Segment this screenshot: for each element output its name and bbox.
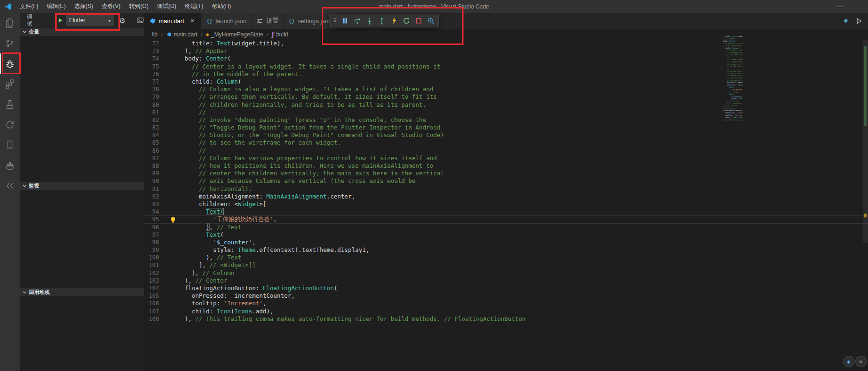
code-line[interactable]: 84 // Studio, or the "Toggle Debug Paint… [144,131,868,139]
code-line[interactable]: 104 floatingActionButton: FloatingAction… [144,285,868,292]
breadcrumb-class[interactable]: ◆ _MyHomePageState [206,31,263,38]
line-number[interactable]: 104 [144,285,159,292]
code-line[interactable]: 102 ), // Column [144,269,868,277]
line-number[interactable]: 95 [144,216,159,223]
activity-sync[interactable] [0,114,20,135]
minimize-button[interactable]: — [833,3,847,10]
line-number[interactable]: 79 [144,93,159,101]
code-editor[interactable]: 72 title: Text(widget.title),73 ), // Ap… [144,40,868,371]
code-line[interactable]: 74 body: Center( [144,55,868,62]
code-line[interactable]: 76 // in the middle of the parent. [144,70,868,78]
code-line[interactable]: 85 // to see the wireframe for each widg… [144,139,868,147]
code-line[interactable]: 103 ), // Center [144,277,868,285]
code-line[interactable]: 79 // arranges them vertically. By defau… [144,93,868,101]
menu-item[interactable]: 查看(V) [97,0,125,13]
code-line[interactable]: 96 ), // Text [144,224,868,231]
code-line[interactable]: 75 // Center is a layout widget. It take… [144,63,868,70]
line-number[interactable]: 101 [144,261,159,269]
line-number[interactable]: 93 [144,200,159,208]
line-number[interactable]: 99 [144,246,159,254]
step-into-button[interactable] [363,15,376,27]
call-stack-panel[interactable] [20,296,144,371]
code-line[interactable]: 82 // Invoke "debug painting" (press "p"… [144,116,868,124]
run-icon[interactable] [855,17,862,25]
line-number[interactable]: 82 [144,116,159,124]
section-call-stack[interactable]: 调用堆栈 [20,288,144,296]
menu-item[interactable]: 文件(F) [16,0,42,13]
code-line[interactable]: 90 // axis because Columns are vertical … [144,177,868,185]
step-out-button[interactable] [376,15,388,27]
line-number[interactable]: 90 [144,177,159,185]
code-line[interactable]: 99 style: Theme.of(context).textTheme.di… [144,246,868,254]
line-number[interactable]: 81 [144,109,159,116]
watch-panel[interactable] [20,190,144,288]
line-number[interactable]: 108 [144,315,159,323]
line-number[interactable]: 88 [144,162,159,170]
line-number[interactable]: 72 [144,40,159,47]
code-line[interactable]: 106 tooltip: 'Increment', [144,300,868,307]
line-number[interactable]: 80 [144,101,159,109]
line-number[interactable]: 107 [144,308,159,315]
line-number[interactable]: 78 [144,86,159,93]
code-line[interactable]: 87 // Column has various properties to c… [144,155,868,162]
line-number[interactable]: 97 [144,231,159,239]
code-line[interactable]: 83 // "Toggle Debug Paint" action from t… [144,124,868,131]
tab-settings[interactable]: 设置 [252,13,284,29]
line-number[interactable]: 89 [144,170,159,177]
code-line[interactable]: 91 // horizontal). [144,185,868,193]
restart-button[interactable] [400,15,413,27]
line-number[interactable]: 76 [144,70,159,78]
code-line[interactable]: 88 // how it positions its children. Her… [144,162,868,170]
code-line[interactable]: 81 // [144,109,868,116]
code-line[interactable]: 72 title: Text(widget.title), [144,40,868,47]
line-number[interactable]: 75 [144,63,159,70]
code-line[interactable]: 100 ), // Text [144,254,868,261]
code-line[interactable]: 95 '干你娘的奶奶得爸爸', [144,216,868,223]
configure-gear-icon[interactable]: ⚙ [119,17,126,24]
code-line[interactable]: 98 '$_counter', [144,239,868,246]
widget-inspector-button[interactable] [425,15,437,27]
menu-item[interactable]: 帮助(H) [208,0,236,13]
line-number[interactable]: 96 [144,224,159,231]
code-line[interactable]: 73 ), // AppBar [144,47,868,55]
activity-source-control[interactable] [0,33,20,53]
line-number[interactable]: 92 [144,193,159,200]
gem-icon[interactable] [842,17,850,25]
line-number[interactable]: 102 [144,269,159,277]
breadcrumb-lib[interactable]: lib [152,31,158,38]
code-line[interactable]: 108 ), // This trailing comma makes auto… [144,315,868,323]
line-number[interactable]: 94 [144,208,159,216]
menu-item[interactable]: 选择(S) [70,0,97,13]
floating-button-1[interactable]: ◈ [843,356,854,367]
section-watch[interactable]: 监视 [20,182,144,190]
activity-explorer[interactable] [0,13,20,33]
step-over-button[interactable] [351,15,363,27]
line-number[interactable]: 103 [144,277,159,285]
code-line[interactable]: 86 // [144,147,868,155]
line-number[interactable]: 105 [144,292,159,300]
code-line[interactable]: 94 Text( [144,208,868,216]
activity-debug[interactable] [0,53,20,74]
activity-bookmarks[interactable] [0,135,20,155]
line-number[interactable]: 100 [144,254,159,261]
line-number[interactable]: 83 [144,124,159,131]
debug-console-icon[interactable] [136,17,144,24]
line-number[interactable]: 106 [144,300,159,307]
code-line[interactable]: 105 onPressed: _incrementCounter, [144,292,868,300]
code-line[interactable]: 97 Text( [144,231,868,239]
hot-reload-button[interactable] [388,15,400,27]
line-number[interactable]: 73 [144,47,159,55]
line-number[interactable]: 85 [144,139,159,147]
line-number[interactable]: 74 [144,55,159,62]
pause-button[interactable] [339,15,351,27]
code-line[interactable]: 80 // children horizontally, and tries t… [144,101,868,109]
line-number[interactable]: 87 [144,155,159,162]
menu-item[interactable]: 编辑(E) [42,0,70,13]
tab-launch-json[interactable]: {} launch.json [202,13,252,29]
menu-item[interactable]: 终端(T) [180,0,207,13]
menu-item[interactable]: 调试(D) [153,0,181,13]
breadcrumb-method[interactable]: ƒ build [272,31,288,38]
activity-remote[interactable] [0,175,20,196]
minimap[interactable]: title: Text(widget.title), ), // AppBar … [717,29,742,371]
activity-extensions[interactable] [0,74,20,94]
